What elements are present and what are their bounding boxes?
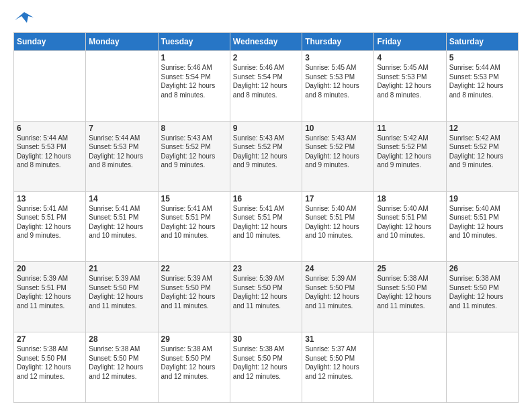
day-info: Sunrise: 5:41 AM Sunset: 5:51 PM Dayligh… bbox=[233, 205, 289, 240]
day-info: Sunrise: 5:39 AM Sunset: 5:50 PM Dayligh… bbox=[161, 275, 217, 310]
col-sunday: Sunday bbox=[14, 33, 86, 51]
table-row bbox=[374, 332, 446, 403]
table-row: 29Sunrise: 5:38 AM Sunset: 5:50 PM Dayli… bbox=[158, 332, 230, 403]
day-info: Sunrise: 5:43 AM Sunset: 5:52 PM Dayligh… bbox=[233, 134, 289, 169]
day-number: 28 bbox=[89, 334, 154, 344]
day-info: Sunrise: 5:39 AM Sunset: 5:50 PM Dayligh… bbox=[89, 275, 144, 310]
day-info: Sunrise: 5:39 AM Sunset: 5:51 PM Dayligh… bbox=[17, 275, 73, 310]
col-saturday: Saturday bbox=[446, 33, 518, 51]
day-info: Sunrise: 5:38 AM Sunset: 5:50 PM Dayligh… bbox=[161, 345, 217, 380]
calendar-week-row: 13Sunrise: 5:41 AM Sunset: 5:51 PM Dayli… bbox=[14, 191, 519, 262]
table-row bbox=[86, 51, 158, 122]
day-number: 26 bbox=[449, 264, 515, 273]
table-row: 4Sunrise: 5:45 AM Sunset: 5:53 PM Daylig… bbox=[374, 51, 446, 122]
day-number: 5 bbox=[449, 53, 515, 62]
day-number: 12 bbox=[449, 124, 515, 133]
day-info: Sunrise: 5:40 AM Sunset: 5:51 PM Dayligh… bbox=[449, 205, 505, 240]
day-number: 14 bbox=[89, 194, 154, 203]
day-number: 19 bbox=[449, 194, 515, 203]
col-friday: Friday bbox=[374, 33, 446, 51]
day-number: 9 bbox=[233, 124, 299, 133]
day-info: Sunrise: 5:38 AM Sunset: 5:50 PM Dayligh… bbox=[17, 345, 73, 380]
table-row bbox=[14, 51, 86, 122]
calendar-header-row: Sunday Monday Tuesday Wednesday Thursday… bbox=[14, 33, 519, 51]
day-info: Sunrise: 5:43 AM Sunset: 5:52 PM Dayligh… bbox=[161, 134, 217, 169]
day-info: Sunrise: 5:43 AM Sunset: 5:52 PM Dayligh… bbox=[305, 134, 361, 169]
table-row: 18Sunrise: 5:40 AM Sunset: 5:51 PM Dayli… bbox=[374, 191, 446, 262]
day-number: 10 bbox=[305, 124, 371, 133]
table-row: 15Sunrise: 5:41 AM Sunset: 5:51 PM Dayli… bbox=[158, 191, 230, 262]
day-number: 4 bbox=[377, 53, 443, 62]
col-tuesday: Tuesday bbox=[158, 33, 230, 51]
day-info: Sunrise: 5:42 AM Sunset: 5:52 PM Dayligh… bbox=[449, 134, 505, 169]
day-number: 29 bbox=[161, 334, 227, 344]
table-row: 14Sunrise: 5:41 AM Sunset: 5:51 PM Dayli… bbox=[86, 191, 158, 262]
table-row: 17Sunrise: 5:40 AM Sunset: 5:51 PM Dayli… bbox=[302, 191, 374, 262]
table-row: 9Sunrise: 5:43 AM Sunset: 5:52 PM Daylig… bbox=[230, 121, 302, 191]
day-info: Sunrise: 5:37 AM Sunset: 5:50 PM Dayligh… bbox=[305, 345, 361, 380]
calendar-week-row: 1Sunrise: 5:46 AM Sunset: 5:54 PM Daylig… bbox=[14, 51, 519, 122]
day-number: 3 bbox=[305, 53, 371, 62]
table-row: 24Sunrise: 5:39 AM Sunset: 5:50 PM Dayli… bbox=[302, 262, 374, 332]
day-number: 23 bbox=[233, 264, 299, 273]
table-row: 13Sunrise: 5:41 AM Sunset: 5:51 PM Dayli… bbox=[14, 191, 86, 262]
day-info: Sunrise: 5:45 AM Sunset: 5:53 PM Dayligh… bbox=[377, 64, 433, 99]
day-info: Sunrise: 5:44 AM Sunset: 5:53 PM Dayligh… bbox=[89, 134, 144, 169]
day-number: 24 bbox=[305, 264, 371, 273]
table-row: 1Sunrise: 5:46 AM Sunset: 5:54 PM Daylig… bbox=[158, 51, 230, 122]
table-row: 28Sunrise: 5:38 AM Sunset: 5:50 PM Dayli… bbox=[86, 332, 158, 403]
page: Sunday Monday Tuesday Wednesday Thursday… bbox=[0, 0, 532, 411]
day-info: Sunrise: 5:44 AM Sunset: 5:53 PM Dayligh… bbox=[17, 134, 73, 169]
day-info: Sunrise: 5:40 AM Sunset: 5:51 PM Dayligh… bbox=[377, 205, 433, 240]
day-number: 21 bbox=[89, 264, 154, 273]
table-row: 10Sunrise: 5:43 AM Sunset: 5:52 PM Dayli… bbox=[302, 121, 374, 191]
day-info: Sunrise: 5:38 AM Sunset: 5:50 PM Dayligh… bbox=[377, 275, 433, 310]
logo-text bbox=[13, 11, 34, 26]
table-row: 8Sunrise: 5:43 AM Sunset: 5:52 PM Daylig… bbox=[158, 121, 230, 191]
day-info: Sunrise: 5:44 AM Sunset: 5:53 PM Dayligh… bbox=[449, 64, 505, 99]
table-row: 6Sunrise: 5:44 AM Sunset: 5:53 PM Daylig… bbox=[14, 121, 86, 191]
day-info: Sunrise: 5:39 AM Sunset: 5:50 PM Dayligh… bbox=[305, 275, 361, 310]
day-info: Sunrise: 5:46 AM Sunset: 5:54 PM Dayligh… bbox=[233, 64, 289, 99]
calendar-week-row: 6Sunrise: 5:44 AM Sunset: 5:53 PM Daylig… bbox=[14, 121, 519, 191]
day-number: 6 bbox=[17, 124, 83, 133]
table-row: 19Sunrise: 5:40 AM Sunset: 5:51 PM Dayli… bbox=[446, 191, 518, 262]
table-row: 26Sunrise: 5:38 AM Sunset: 5:50 PM Dayli… bbox=[446, 262, 518, 332]
day-number: 11 bbox=[377, 124, 443, 133]
day-number: 20 bbox=[17, 264, 83, 273]
table-row: 2Sunrise: 5:46 AM Sunset: 5:54 PM Daylig… bbox=[230, 51, 302, 122]
table-row: 27Sunrise: 5:38 AM Sunset: 5:50 PM Dayli… bbox=[14, 332, 86, 403]
day-info: Sunrise: 5:38 AM Sunset: 5:50 PM Dayligh… bbox=[449, 275, 505, 310]
day-info: Sunrise: 5:41 AM Sunset: 5:51 PM Dayligh… bbox=[17, 205, 73, 240]
day-info: Sunrise: 5:38 AM Sunset: 5:50 PM Dayligh… bbox=[233, 345, 289, 380]
table-row: 5Sunrise: 5:44 AM Sunset: 5:53 PM Daylig… bbox=[446, 51, 518, 122]
day-number: 1 bbox=[161, 53, 227, 62]
table-row: 3Sunrise: 5:45 AM Sunset: 5:53 PM Daylig… bbox=[302, 51, 374, 122]
table-row: 12Sunrise: 5:42 AM Sunset: 5:52 PM Dayli… bbox=[446, 121, 518, 191]
day-number: 17 bbox=[305, 194, 371, 203]
table-row: 30Sunrise: 5:38 AM Sunset: 5:50 PM Dayli… bbox=[230, 332, 302, 403]
calendar-week-row: 27Sunrise: 5:38 AM Sunset: 5:50 PM Dayli… bbox=[14, 332, 519, 403]
day-number: 13 bbox=[17, 194, 83, 203]
day-number: 22 bbox=[161, 264, 227, 273]
logo bbox=[13, 11, 34, 26]
logo-bird-icon bbox=[15, 11, 34, 26]
day-number: 30 bbox=[233, 334, 299, 344]
day-number: 2 bbox=[233, 53, 299, 62]
day-info: Sunrise: 5:41 AM Sunset: 5:51 PM Dayligh… bbox=[161, 205, 217, 240]
day-info: Sunrise: 5:45 AM Sunset: 5:53 PM Dayligh… bbox=[305, 64, 361, 99]
header bbox=[13, 11, 519, 26]
table-row: 7Sunrise: 5:44 AM Sunset: 5:53 PM Daylig… bbox=[86, 121, 158, 191]
day-number: 16 bbox=[233, 194, 299, 203]
svg-marker-0 bbox=[15, 12, 34, 23]
table-row: 31Sunrise: 5:37 AM Sunset: 5:50 PM Dayli… bbox=[302, 332, 374, 403]
day-number: 8 bbox=[161, 124, 227, 133]
col-wednesday: Wednesday bbox=[230, 33, 302, 51]
day-info: Sunrise: 5:41 AM Sunset: 5:51 PM Dayligh… bbox=[89, 205, 144, 240]
day-number: 27 bbox=[17, 334, 83, 344]
day-info: Sunrise: 5:38 AM Sunset: 5:50 PM Dayligh… bbox=[89, 345, 144, 380]
table-row: 25Sunrise: 5:38 AM Sunset: 5:50 PM Dayli… bbox=[374, 262, 446, 332]
table-row bbox=[446, 332, 518, 403]
day-number: 18 bbox=[377, 194, 443, 203]
table-row: 21Sunrise: 5:39 AM Sunset: 5:50 PM Dayli… bbox=[86, 262, 158, 332]
